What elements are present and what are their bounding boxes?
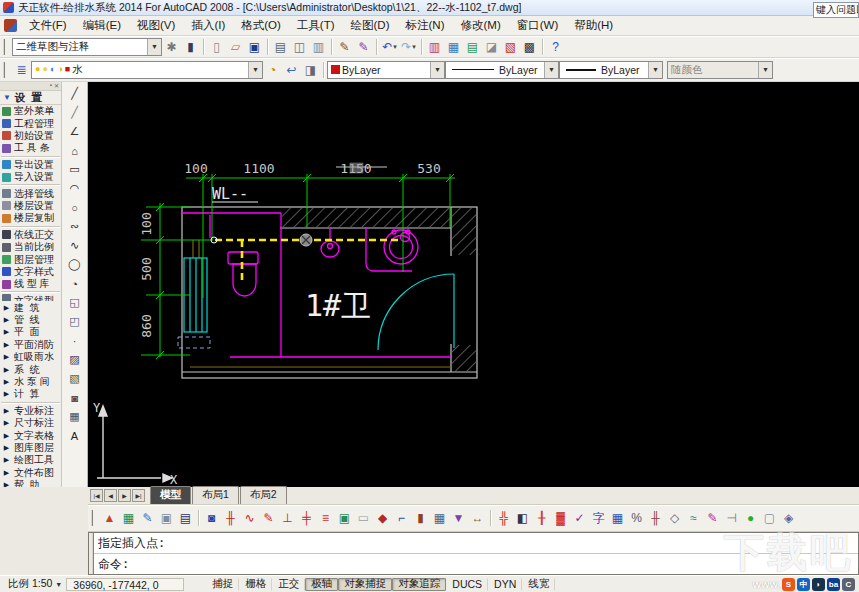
scale-tool-icon[interactable]: % xyxy=(627,508,646,528)
make-object-layer-current-icon[interactable]: ◔ xyxy=(263,61,282,79)
pipe-cylinder-icon[interactable]: ▭ xyxy=(354,508,373,528)
point-tool-icon[interactable]: · xyxy=(65,331,85,350)
sidebar-item-import-settings[interactable]: ▶ 导入设置 xyxy=(0,171,61,183)
annotate-pen-icon[interactable]: ✎ xyxy=(703,508,722,528)
freeze-icon[interactable]: ◑ xyxy=(57,65,62,74)
sidebar-item-text-table[interactable]: ▶ 文字表格 xyxy=(0,429,61,441)
sidebar-item-current-scale[interactable]: ▶ 当前比例 xyxy=(0,241,61,253)
pipe-tee-icon[interactable]: ╪ xyxy=(297,508,316,528)
ellipse-tool-icon[interactable]: ◯ xyxy=(65,255,85,274)
tab-nav-button[interactable]: ▶ xyxy=(118,489,131,502)
snap-toggle[interactable]: 捕捉 xyxy=(206,578,239,591)
plot-preview-icon[interactable]: ◫ xyxy=(290,38,309,56)
sidebar-item-pump-room[interactable]: ▶ 水 泵 间 xyxy=(0,376,61,388)
block-editor-icon[interactable]: ✎ xyxy=(354,38,373,56)
riser-stack-icon[interactable]: ▓ xyxy=(551,508,570,528)
linetype-dropdown[interactable]: ByLayer ▼ xyxy=(445,61,559,79)
tab-model[interactable]: 模型 xyxy=(150,486,191,504)
arc-tool-icon[interactable]: ◠ xyxy=(65,179,85,198)
pipe-direction-icon[interactable]: ↔ xyxy=(468,508,487,528)
menu-item[interactable]: 工具(T) xyxy=(290,16,342,35)
sidebar-item-siphon-rainwater[interactable]: ▶ 虹吸雨水 xyxy=(0,351,61,363)
insert-block-tool-icon[interactable]: ◱ xyxy=(65,293,85,312)
sidebar-item-system[interactable]: ▶ 系 统 xyxy=(0,363,61,375)
sheet-set-manager-icon[interactable]: ▤ xyxy=(463,38,482,56)
save-workspace-icon[interactable]: ▮ xyxy=(181,38,200,56)
break-mark-icon[interactable]: ╂ xyxy=(532,508,551,528)
sidebar-item-draw-tools[interactable]: ▶ 绘图工具 xyxy=(0,454,61,466)
make-block-tool-icon[interactable]: ◰ xyxy=(65,312,85,331)
menu-item[interactable]: 修改(M) xyxy=(453,16,507,35)
color-dropdown[interactable]: ByLayer ▼ xyxy=(327,61,445,79)
sidebar-item-dimension[interactable]: ▶ 尺寸标注 xyxy=(0,417,61,429)
copy-sheet-icon[interactable]: ▣ xyxy=(157,508,176,528)
lwt-toggle[interactable]: 线宽 xyxy=(522,578,555,591)
tab-nav-button[interactable]: ◀ xyxy=(104,489,117,502)
menu-item[interactable]: 格式(O) xyxy=(234,16,288,35)
layer-previous-icon[interactable]: ↩ xyxy=(282,61,301,79)
tab-layout1[interactable]: 布局1 xyxy=(192,486,239,504)
properties-palette-icon[interactable]: ▥ xyxy=(425,38,444,56)
menu-item[interactable]: 插入(I) xyxy=(184,16,232,35)
menu-item[interactable]: 编辑(E) xyxy=(76,16,128,35)
sidebar-item-file-layout[interactable]: ▶ 文件布图 xyxy=(0,467,61,479)
tab-nav-button[interactable]: |◀ xyxy=(90,489,103,502)
sidebar-item-ortho-by-line[interactable]: ▶ 依线正交 xyxy=(0,229,61,241)
pipe-riser-icon[interactable]: ⊥ xyxy=(278,508,297,528)
command-window[interactable]: 指定插入点: 命令: xyxy=(88,532,859,575)
grip-box[interactable] xyxy=(350,163,363,173)
toolbar-grip[interactable] xyxy=(3,39,8,55)
cad-drawing[interactable]: 100 1100 1150 530 100 500 860 WL-- 1#卫 xyxy=(88,82,859,487)
polyline-tool-icon[interactable]: ∠ xyxy=(65,122,85,141)
close-block-icon[interactable]: ▧ xyxy=(501,38,520,56)
region-tool-icon[interactable]: ◙ xyxy=(65,388,85,407)
dyn-toggle[interactable]: DYN xyxy=(488,578,522,591)
sidebar-item-export-settings[interactable]: ▶ 导出设置 xyxy=(0,159,61,171)
folder-pen-icon[interactable]: ✎ xyxy=(138,508,157,528)
monitor-view-icon[interactable]: ◙ xyxy=(202,508,221,528)
sprinkler-icon[interactable]: ▼ xyxy=(449,508,468,528)
drawing-canvas[interactable]: 100 1100 1150 530 100 500 860 WL-- 1#卫 xyxy=(88,82,859,487)
sun-icon[interactable]: ● xyxy=(42,65,47,74)
hydrant-icon[interactable]: ▮ xyxy=(411,508,430,528)
toolbar-grip[interactable] xyxy=(3,62,8,78)
open-file-icon[interactable]: ▱ xyxy=(226,38,245,56)
tab-nav-button[interactable]: ▶| xyxy=(132,489,145,502)
line-tool-icon[interactable]: ╱ xyxy=(65,84,85,103)
panel-minimize-icon[interactable]: ▪ xyxy=(50,82,52,90)
sidebar-item-outdoor-menu[interactable]: ▶ 室外菜单 xyxy=(0,105,61,117)
sidebar-item-text-style[interactable]: ▶ 文字样式 xyxy=(0,266,61,278)
diamond-3d-icon[interactable]: ◈ xyxy=(779,508,798,528)
menu-item[interactable]: 标注(N) xyxy=(399,16,452,35)
sidebar-item-floor-copy[interactable]: ▶ 楼层复制 xyxy=(0,212,61,224)
sheet-table-icon[interactable]: ▦ xyxy=(119,508,138,528)
grid-toggle[interactable]: 栅格 xyxy=(239,578,272,591)
otrack-toggle[interactable]: 对象追踪 xyxy=(392,578,446,591)
sidebar-item-help[interactable]: ▶ 帮 助 xyxy=(0,479,61,487)
help-icon[interactable]: ? xyxy=(546,38,565,56)
well-grid-icon[interactable]: ╬ xyxy=(494,508,513,528)
fixture-grid-icon[interactable]: ▦ xyxy=(430,508,449,528)
sidebar-item-linetype-library[interactable]: ▶ 线 型 库 xyxy=(0,278,61,290)
tarch-pyramid-icon[interactable]: ▲ xyxy=(100,508,119,528)
connector-icon[interactable]: ⊣ xyxy=(722,508,741,528)
match-properties-icon[interactable]: ✎ xyxy=(335,38,354,56)
save-file-icon[interactable]: ▣ xyxy=(245,38,264,56)
lineweight-dropdown[interactable]: ByLayer ▼ xyxy=(559,61,663,79)
sidebar-item-layer-manager[interactable]: ▶ 图层管理 xyxy=(0,253,61,265)
sidebar-item-select-pipeline[interactable]: ▶ 选择管线 xyxy=(0,187,61,199)
tool-palettes-icon[interactable]: ▦ xyxy=(444,38,463,56)
rectangle-tool-icon[interactable]: ▭ xyxy=(65,160,85,179)
sidebar-item-library-layer[interactable]: ▶ 图库图层 xyxy=(0,442,61,454)
sidebar-item-architecture[interactable]: ▶ 建 筑 xyxy=(0,301,61,313)
draw-pipe-icon[interactable]: ✎ xyxy=(259,508,278,528)
equipment-box-icon[interactable]: ▣ xyxy=(335,508,354,528)
sidebar-item-pipeline[interactable]: ▶ 管 线 xyxy=(0,314,61,326)
ducs-toggle[interactable]: DUCS xyxy=(446,578,488,591)
sidebar-item-fire-plan[interactable]: ▶ 平面消防 xyxy=(0,339,61,351)
spline-tool-icon[interactable]: ∿ xyxy=(65,236,85,255)
workspace-dropdown[interactable]: 二维草图与注释 ▼ xyxy=(12,38,162,56)
panel-close-icon[interactable]: ✕ xyxy=(54,82,59,90)
tab-layout2[interactable]: 布局2 xyxy=(240,486,287,504)
circle-tool-icon[interactable]: ○ xyxy=(65,198,85,217)
